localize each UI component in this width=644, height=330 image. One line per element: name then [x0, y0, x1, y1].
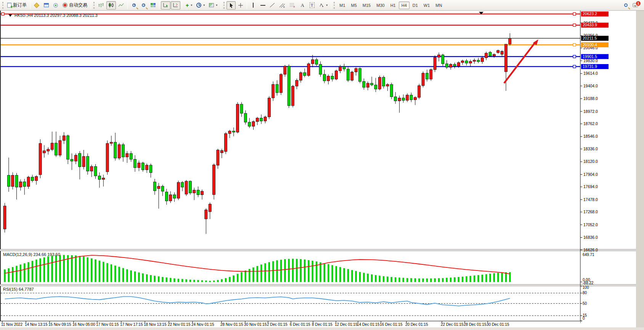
macd-histogram-bar	[316, 262, 317, 282]
macd-histogram-bar	[146, 274, 148, 282]
macd-histogram-bar	[482, 275, 483, 282]
macd-histogram-bar	[320, 262, 321, 282]
candle	[268, 96, 270, 119]
candle-body-up	[220, 150, 223, 153]
candle	[347, 67, 349, 82]
macd-histogram-bar	[505, 272, 507, 282]
candle	[3, 203, 6, 232]
candle-body-down	[359, 68, 361, 81]
macd-histogram-bar	[111, 264, 112, 282]
macd-histogram-bar	[312, 261, 313, 282]
candle	[225, 132, 227, 154]
candle-body-down	[410, 95, 413, 100]
price-tick-label: 17268.0	[583, 209, 598, 214]
line-handle[interactable]	[2, 13, 4, 15]
macd-histogram-bar	[462, 277, 463, 282]
candle-body-up	[205, 210, 207, 219]
line-handle[interactable]	[573, 55, 576, 58]
candle-body-down	[130, 153, 132, 159]
time-tick-label: 6 Dec 01:15	[290, 322, 310, 327]
candle-body-down	[79, 153, 81, 167]
macd-histogram-bar	[40, 259, 41, 282]
line-handle[interactable]	[573, 43, 576, 46]
macd-histogram-bar	[8, 268, 10, 282]
candle-body-up	[82, 156, 85, 167]
price-badge-label: 20623.2	[583, 11, 597, 16]
candle-body-up	[236, 104, 239, 132]
price-badge-label: 19901.5	[583, 54, 597, 59]
macd-axis-label: -88.22	[583, 281, 594, 285]
macd-histogram-bar	[229, 277, 230, 282]
candle-body-up	[252, 122, 255, 126]
candle	[287, 64, 290, 108]
chart-ohlc-header: HK50-,H4 20113.3 20297.3 20088.3 20211.3	[14, 13, 98, 18]
candle-body-up	[3, 206, 6, 229]
macd-histogram-bar	[221, 279, 223, 282]
macd-histogram-bar	[328, 264, 329, 282]
candle-body-down	[173, 195, 176, 198]
candle-body-up	[406, 95, 409, 100]
macd-histogram-bar	[493, 273, 495, 282]
macd-histogram-bar	[24, 264, 25, 282]
macd-histogram-bar	[288, 259, 290, 282]
candle-body-down	[390, 84, 393, 97]
macd-histogram-bar	[284, 259, 286, 282]
macd-histogram-bar	[158, 277, 159, 282]
price-badge-label: 19731.9	[583, 64, 597, 69]
macd-histogram-bar	[414, 278, 416, 282]
candle	[359, 67, 361, 83]
macd-histogram-bar	[233, 275, 234, 282]
pane-separator[interactable]	[0, 285, 644, 286]
macd-histogram-bar	[454, 277, 455, 282]
candle-body-down	[394, 97, 397, 101]
macd-histogram-bar	[170, 278, 171, 282]
candle-body-down	[371, 83, 373, 85]
macd-histogram-bar	[79, 256, 80, 282]
macd-histogram-bar	[344, 268, 345, 282]
candle-body-down	[363, 81, 365, 87]
candle-body-up	[102, 178, 105, 179]
candle-body-up	[213, 165, 215, 195]
candle-body-down	[426, 73, 428, 79]
candle	[390, 83, 393, 99]
macd-histogram-bar	[292, 259, 294, 282]
macd-histogram-bar	[395, 277, 396, 282]
macd-label: MACD(12,26,9) 234.66 193.60	[3, 252, 60, 257]
candle-body-up	[422, 73, 424, 85]
price-badge-label: 20211.5	[583, 36, 597, 40]
candle	[335, 70, 337, 80]
candle-body-down	[149, 165, 152, 173]
candle-body-up	[59, 140, 61, 155]
macd-histogram-bar	[166, 278, 167, 282]
line-handle[interactable]	[573, 65, 576, 68]
candle	[189, 180, 191, 195]
macd-histogram-bar	[12, 267, 13, 282]
macd-histogram-bar	[213, 281, 215, 282]
line-handle[interactable]	[573, 24, 576, 26]
candle-body-down	[477, 60, 480, 62]
candle-body-down	[71, 159, 73, 161]
pane-separator[interactable]	[0, 250, 644, 251]
candle-body-up	[355, 68, 357, 72]
price-tick-label: 19188.0	[583, 96, 598, 101]
macd-histogram-bar	[501, 272, 503, 282]
macd-histogram-bar	[351, 270, 353, 282]
macd-histogram-bar	[347, 269, 349, 282]
candle-body-up	[284, 66, 286, 74]
macd-histogram-bar	[225, 278, 226, 282]
candle-body-down	[134, 159, 137, 168]
price-tick-label: 18762.0	[583, 121, 598, 126]
macd-histogram-bar	[75, 256, 77, 282]
candle-body-down	[304, 72, 306, 76]
time-tick-label: 22 Nov 01:15	[168, 322, 191, 327]
macd-histogram-bar	[217, 280, 218, 282]
candle-body-up	[450, 64, 452, 68]
macd-histogram-bar	[193, 280, 195, 282]
candle-body-down	[323, 74, 326, 81]
chart-area[interactable]: 20472.020256.020046.019830.019614.019404…	[0, 0, 644, 330]
macd-histogram-bar	[150, 275, 151, 282]
macd-histogram-bar	[438, 278, 440, 282]
line-handle[interactable]	[573, 13, 576, 15]
macd-histogram-bar	[201, 280, 203, 282]
macd-histogram-bar	[20, 265, 21, 282]
